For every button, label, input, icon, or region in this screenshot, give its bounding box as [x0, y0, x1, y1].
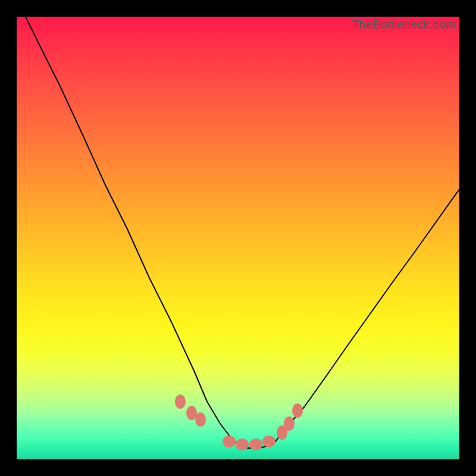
watermark-text: TheBottleneck.com: [352, 18, 456, 32]
curve-beads: [175, 394, 303, 450]
bead-icon: [175, 394, 186, 409]
bead-icon: [249, 439, 262, 450]
plot-area: TheBottleneck.com: [17, 17, 459, 459]
bead-icon: [262, 436, 275, 447]
bead-icon: [284, 416, 295, 431]
bead-icon: [236, 439, 249, 450]
chart-frame: TheBottleneck.com: [0, 0, 476, 476]
bead-icon: [195, 412, 206, 427]
bead-icon: [292, 403, 303, 418]
bottleneck-curve: [17, 17, 459, 448]
bead-icon: [186, 406, 197, 420]
bead-icon: [277, 425, 287, 440]
bead-icon: [223, 436, 236, 447]
curve-layer: [17, 17, 459, 459]
